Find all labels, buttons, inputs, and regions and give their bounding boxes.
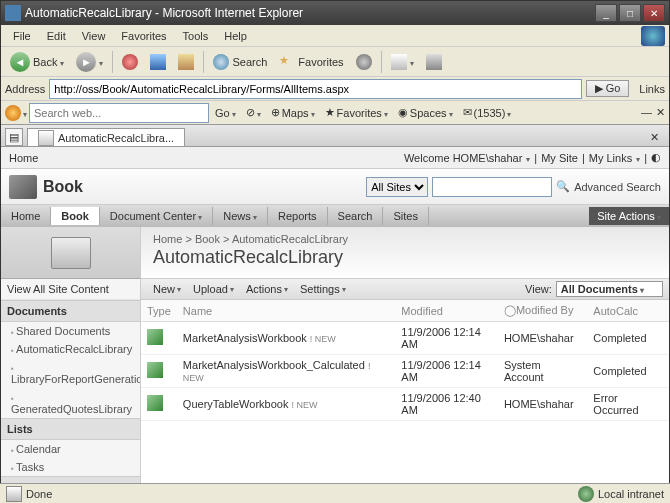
favorites-button[interactable]: ★Favorites <box>274 50 348 74</box>
nav-tab-book[interactable]: Book <box>51 207 100 225</box>
nav-tab-home[interactable]: Home <box>1 207 51 225</box>
doc-status: Completed <box>587 355 669 388</box>
address-label: Address <box>5 83 45 95</box>
stop-button[interactable] <box>117 50 143 74</box>
sb-generated-quotes[interactable]: GeneratedQuotesLibrary <box>1 388 140 418</box>
minimize-button[interactable]: _ <box>595 4 617 22</box>
help-icon[interactable]: ◐ <box>651 151 661 164</box>
maps-button[interactable]: ⊕ Maps <box>267 105 319 120</box>
sp-search-go-icon[interactable]: 🔍 <box>556 180 570 193</box>
doc-name[interactable]: MarketAnalysisWorkbook <box>183 332 307 344</box>
nav-tab-sites[interactable]: Sites <box>383 207 428 225</box>
crumb-current: AutomaticRecalcLibrary <box>232 233 348 245</box>
search-button[interactable]: Search <box>208 50 272 74</box>
home-button[interactable] <box>173 50 199 74</box>
table-row[interactable]: MarketAnalysisWorkbook_Calculated ! NEW1… <box>141 355 669 388</box>
library-icon <box>51 237 91 269</box>
go-button[interactable]: ▶ Go <box>586 80 630 97</box>
menu-favorites[interactable]: Favorites <box>113 28 174 44</box>
mail-button[interactable] <box>386 50 419 74</box>
spaces-button[interactable]: ◉ Spaces <box>394 105 457 120</box>
main-panel: Home > Book > AutomaticRecalcLibrary Aut… <box>141 227 669 503</box>
web-go-button[interactable]: Go <box>211 106 240 120</box>
toolbar-close-icon[interactable]: — <box>641 106 652 119</box>
sb-library-report[interactable]: LibraryForReportGeneration <box>1 358 140 388</box>
sp-header: Book All Sites 🔍 Advanced Search <box>1 169 669 205</box>
nav-toolbar: ◄Back ► Search ★Favorites <box>1 47 669 77</box>
toolbar-x-icon[interactable]: ✕ <box>656 106 665 119</box>
doc-name[interactable]: QueryTableWorkbook <box>183 398 289 410</box>
menu-view[interactable]: View <box>74 28 114 44</box>
table-row[interactable]: MarketAnalysisWorkbook ! NEW11/9/2006 12… <box>141 322 669 355</box>
nav-tab-news[interactable]: News <box>213 207 268 225</box>
sb-shared-documents[interactable]: Shared Documents <box>1 322 140 340</box>
sb-tasks[interactable]: Tasks <box>1 458 140 476</box>
welcome-dropdown[interactable] <box>526 152 530 164</box>
print-button[interactable] <box>421 50 447 74</box>
zone-icon <box>578 486 594 502</box>
mysite-link[interactable]: My Site <box>541 152 578 164</box>
forward-button[interactable]: ► <box>71 50 108 74</box>
close-button[interactable]: ✕ <box>643 4 665 22</box>
new-button[interactable]: New <box>147 281 187 297</box>
ie-logo-icon <box>641 26 665 46</box>
blocked-button[interactable]: ⊘ <box>242 105 265 120</box>
browser-tab[interactable]: AutomaticRecalcLibra... <box>27 128 185 146</box>
zone-text: Local intranet <box>598 488 664 500</box>
window-titlebar: AutomaticRecalcLibrary - Microsoft Inter… <box>1 1 669 25</box>
col-type[interactable]: Type <box>141 300 177 322</box>
site-actions-button[interactable]: Site Actions <box>589 207 669 225</box>
crumb-book[interactable]: Book <box>195 233 220 245</box>
col-name[interactable]: Name <box>177 300 395 322</box>
msn-dropdown[interactable] <box>23 107 27 119</box>
status-bar: Done Local intranet <box>0 483 670 503</box>
settings-button[interactable]: Settings <box>294 281 352 297</box>
sidebar-icon-area <box>1 227 140 279</box>
upload-button[interactable]: Upload <box>187 281 240 297</box>
advanced-search-link[interactable]: Advanced Search <box>574 181 661 193</box>
menu-edit[interactable]: Edit <box>39 28 74 44</box>
col-autocalc[interactable]: AutoCalc <box>587 300 669 322</box>
col-modified-by[interactable]: ◯Modified By <box>498 300 587 322</box>
doc-name[interactable]: MarketAnalysisWorkbook_Calculated <box>183 359 365 371</box>
sb-calendar[interactable]: Calendar <box>1 440 140 458</box>
new-tab-button[interactable]: ▤ <box>5 128 23 146</box>
refresh-button[interactable] <box>145 50 171 74</box>
site-title: Book <box>43 178 83 196</box>
tab-close-button[interactable]: ✕ <box>644 129 665 146</box>
mylinks-link[interactable]: My Links <box>589 152 632 164</box>
address-input[interactable] <box>49 79 581 99</box>
links-label[interactable]: Links <box>633 83 665 95</box>
sp-home-link[interactable]: Home <box>9 152 38 164</box>
mail-count-button[interactable]: ✉ (1535) <box>459 105 516 120</box>
crumb-home[interactable]: Home <box>153 233 182 245</box>
doc-modified-by: HOME\shahar <box>498 388 587 421</box>
search-scope-select[interactable]: All Sites <box>366 177 428 197</box>
mylinks-dropdown[interactable] <box>636 152 640 164</box>
menu-help[interactable]: Help <box>216 28 255 44</box>
excel-icon <box>147 329 163 345</box>
menu-tools[interactable]: Tools <box>175 28 217 44</box>
nav-tab-search[interactable]: Search <box>328 207 384 225</box>
col-modified[interactable]: Modified <box>395 300 498 322</box>
sp-search-input[interactable] <box>432 177 552 197</box>
nav-tab-document-center[interactable]: Document Center <box>100 207 213 225</box>
nav-tab-reports[interactable]: Reports <box>268 207 328 225</box>
view-all-content-link[interactable]: View All Site Content <box>1 279 140 300</box>
sp-nav: Home Book Document Center News Reports S… <box>1 205 669 227</box>
back-button[interactable]: ◄Back <box>5 50 69 74</box>
web-search-input[interactable] <box>29 103 209 123</box>
link-toolbar: Go ⊘ ⊕ Maps ★ Favorites ◉ Spaces ✉ (1535… <box>1 101 669 125</box>
back-label: Back <box>33 56 57 68</box>
actions-button[interactable]: Actions <box>240 281 294 297</box>
status-text: Done <box>26 488 52 500</box>
link-favorites-button[interactable]: ★ Favorites <box>321 105 392 120</box>
sb-automatic-recalc[interactable]: AutomaticRecalcLibrary <box>1 340 140 358</box>
doc-modified: 11/9/2006 12:40 AM <box>395 388 498 421</box>
view-dropdown[interactable]: All Documents <box>556 281 663 297</box>
maximize-button[interactable]: □ <box>619 4 641 22</box>
site-icon <box>9 175 37 199</box>
menu-file[interactable]: File <box>5 28 39 44</box>
history-button[interactable] <box>351 50 377 74</box>
table-row[interactable]: QueryTableWorkbook ! NEW11/9/2006 12:40 … <box>141 388 669 421</box>
